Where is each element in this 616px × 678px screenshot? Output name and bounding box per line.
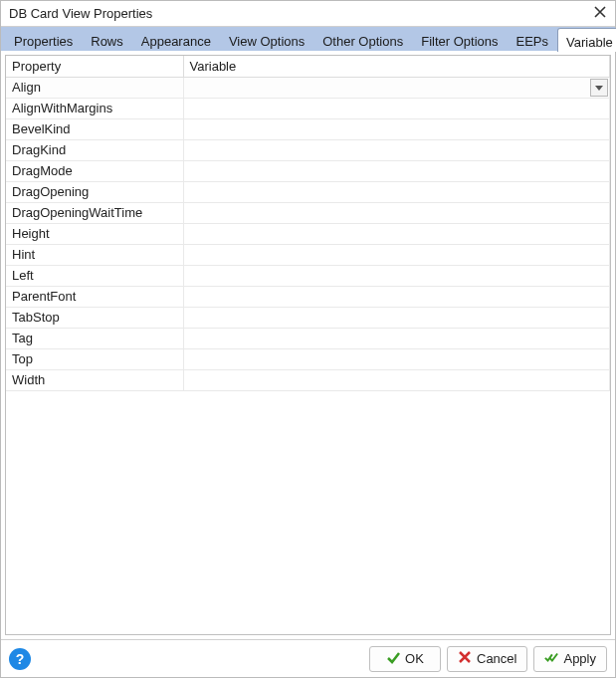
tab-filter-options[interactable]: Filter Options (412, 27, 507, 51)
property-cell[interactable]: DragOpening (6, 181, 183, 202)
property-cell[interactable]: Left (6, 265, 183, 286)
table-row[interactable]: Align (6, 77, 610, 98)
button-bar: ? OK Cancel Apply (1, 639, 615, 677)
tab-view-options[interactable]: View Options (220, 27, 313, 51)
property-cell[interactable]: BevelKind (6, 118, 183, 139)
dialog-window: DB Card View Properties PropertiesRowsAp… (0, 0, 616, 678)
variable-cell[interactable] (183, 286, 610, 307)
table-body: AlignAlignWithMarginsBevelKindDragKindDr… (6, 77, 610, 390)
table-row[interactable]: AlignWithMargins (6, 98, 610, 118)
window-title: DB Card View Properties (9, 6, 591, 21)
grid-container: Property Variable AlignAlignWithMarginsB… (1, 51, 615, 639)
property-cell[interactable]: Width (6, 369, 183, 390)
table-row[interactable]: Height (6, 223, 610, 244)
cancel-label: Cancel (477, 651, 516, 666)
property-cell[interactable]: ParentFont (6, 286, 183, 307)
table-row[interactable]: Hint (6, 244, 610, 265)
table-header-row: Property Variable (6, 56, 610, 77)
tab-variable-links[interactable]: Variable Links (557, 28, 616, 52)
table-row[interactable]: DragKind (6, 139, 610, 160)
table-row[interactable]: TabStop (6, 307, 610, 328)
property-cell[interactable]: TabStop (6, 307, 183, 328)
variable-cell[interactable] (183, 118, 610, 139)
property-grid[interactable]: Property Variable AlignAlignWithMarginsB… (5, 55, 611, 635)
table-row[interactable]: BevelKind (6, 118, 610, 139)
close-button[interactable] (591, 5, 609, 23)
apply-label: Apply (563, 651, 596, 666)
ok-label: OK (405, 651, 424, 666)
property-cell[interactable]: DragMode (6, 160, 183, 181)
titlebar: DB Card View Properties (1, 1, 615, 27)
tab-appearance[interactable]: Appearance (132, 27, 220, 51)
variable-dropdown-button[interactable] (590, 79, 608, 97)
variable-cell[interactable] (183, 348, 610, 369)
property-cell[interactable]: Height (6, 223, 183, 244)
table-row[interactable]: Tag (6, 328, 610, 348)
property-cell[interactable]: Tag (6, 328, 183, 348)
ok-button[interactable]: OK (369, 646, 441, 672)
table-row[interactable]: Width (6, 369, 610, 390)
property-cell[interactable]: Top (6, 348, 183, 369)
property-cell[interactable]: DragKind (6, 139, 183, 160)
variable-cell[interactable] (183, 244, 610, 265)
variable-cell[interactable] (183, 265, 610, 286)
variable-cell[interactable] (183, 181, 610, 202)
property-cell[interactable]: DragOpeningWaitTime (6, 202, 183, 223)
table-row[interactable]: DragMode (6, 160, 610, 181)
property-cell[interactable]: Align (6, 77, 183, 98)
column-header-variable[interactable]: Variable (183, 56, 610, 77)
cancel-button[interactable]: Cancel (447, 646, 527, 672)
variable-cell[interactable] (183, 328, 610, 348)
variable-cell[interactable] (183, 202, 610, 223)
help-icon: ? (16, 651, 25, 667)
property-table: Property Variable AlignAlignWithMarginsB… (6, 56, 610, 391)
tab-eeps[interactable]: EEPs (508, 27, 558, 51)
property-cell[interactable]: Hint (6, 244, 183, 265)
tab-properties[interactable]: Properties (5, 27, 82, 51)
tab-other-options[interactable]: Other Options (313, 27, 412, 51)
tab-rows[interactable]: Rows (82, 27, 132, 51)
variable-cell[interactable] (183, 98, 610, 118)
apply-button[interactable]: Apply (533, 646, 607, 672)
table-row[interactable]: Left (6, 265, 610, 286)
close-icon (594, 6, 606, 21)
table-row[interactable]: DragOpening (6, 181, 610, 202)
x-icon (458, 650, 472, 667)
double-check-icon (544, 650, 558, 667)
variable-cell[interactable] (183, 160, 610, 181)
variable-cell[interactable] (183, 139, 610, 160)
variable-cell[interactable] (183, 77, 610, 98)
table-row[interactable]: DragOpeningWaitTime (6, 202, 610, 223)
variable-cell[interactable] (183, 369, 610, 390)
property-cell[interactable]: AlignWithMargins (6, 98, 183, 118)
table-row[interactable]: Top (6, 348, 610, 369)
tab-strip: PropertiesRowsAppearanceView OptionsOthe… (1, 27, 615, 51)
chevron-down-icon (595, 80, 603, 95)
column-header-property[interactable]: Property (6, 56, 183, 77)
variable-cell[interactable] (183, 223, 610, 244)
help-button[interactable]: ? (9, 648, 31, 670)
check-icon (386, 650, 400, 667)
variable-cell[interactable] (183, 307, 610, 328)
table-row[interactable]: ParentFont (6, 286, 610, 307)
